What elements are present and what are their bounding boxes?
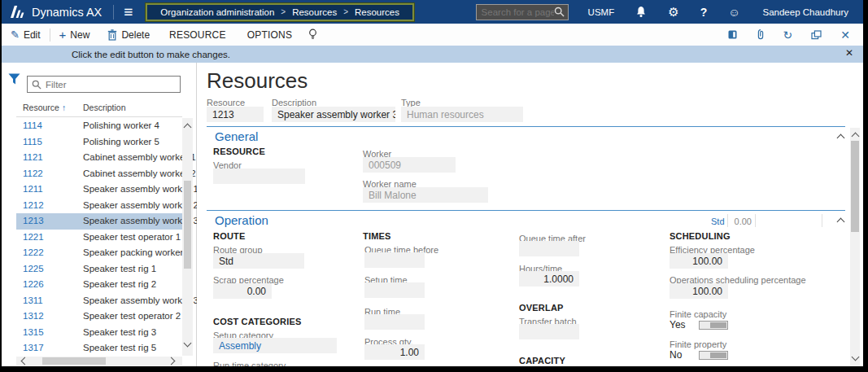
- collapse-operation-icon[interactable]: [837, 218, 845, 226]
- delete-button-label: Delete: [121, 29, 150, 41]
- hours-time-field[interactable]: 1.0000: [519, 271, 579, 287]
- section-divider: [207, 126, 845, 127]
- company-picker[interactable]: USMF: [588, 7, 615, 17]
- resource-menu-tab[interactable]: RESOURCE: [159, 29, 237, 41]
- info-bar-close-icon[interactable]: ✕: [845, 47, 853, 59]
- close-page-icon[interactable]: ✕: [840, 29, 850, 41]
- hamburger-menu-icon[interactable]: ≡: [114, 2, 142, 23]
- filter-box[interactable]: [27, 76, 181, 93]
- user-menu[interactable]: Sandeep Chaudhury: [763, 7, 849, 17]
- queue-time-before-field[interactable]: [364, 252, 425, 268]
- notifications-bell-icon[interactable]: [635, 6, 647, 18]
- list-item[interactable]: 1211Speaker assembly worker 1: [16, 182, 182, 198]
- breadcrumb-separator: >: [281, 7, 286, 16]
- setup-category-field[interactable]: Assembly: [213, 338, 337, 353]
- list-scrollbar-thumb[interactable]: [184, 181, 191, 269]
- dynamics-logo-icon: [10, 6, 26, 18]
- open-in-new-window-icon[interactable]: [811, 30, 822, 40]
- filter-search-icon: [32, 80, 41, 90]
- worker-name-field: Bill Malone: [363, 187, 488, 203]
- transfer-batch-field[interactable]: [519, 324, 579, 339]
- section-header-operation[interactable]: Operation: [215, 213, 268, 227]
- brand-name: Dynamics AX: [32, 6, 102, 19]
- divider: [727, 214, 728, 227]
- breadcrumb-page[interactable]: Resources: [355, 7, 399, 17]
- refresh-icon[interactable]: ↻: [783, 29, 793, 41]
- operation-summary-scrap: 0.00: [731, 217, 752, 226]
- list-item[interactable]: 1121Cabinet assembly worker 1: [16, 150, 182, 166]
- list-item[interactable]: 1221Speaker test operator 1: [16, 230, 182, 246]
- breadcrumb-separator: >: [343, 7, 348, 16]
- sort-ascending-icon: ↑: [62, 103, 66, 112]
- new-button[interactable]: + New: [50, 24, 99, 46]
- queue-time-after-field[interactable]: [519, 241, 579, 256]
- list-item[interactable]: 1226Speaker test rig 2: [16, 277, 182, 293]
- search-icon[interactable]: [554, 7, 565, 17]
- delete-button[interactable]: Delete: [98, 24, 159, 46]
- detail-form: Resources Resource 1213 Description Spea…: [197, 63, 863, 366]
- list-item[interactable]: 1212Speaker assembly worker 2: [16, 198, 182, 214]
- list-item[interactable]: 1315Speaker test rig 3: [16, 325, 182, 341]
- plus-icon: +: [59, 28, 67, 41]
- list-item-selected[interactable]: 1213Speaker assembly worker 3: [16, 213, 182, 230]
- run-time-field[interactable]: [364, 314, 425, 330]
- vendor-field[interactable]: [213, 168, 305, 184]
- filter-input[interactable]: [46, 80, 176, 90]
- group-header: SCHEDULING: [670, 231, 731, 241]
- list-item[interactable]: 1222Speaker packing worker 1: [16, 245, 182, 261]
- section-header-general[interactable]: General: [215, 129, 258, 143]
- attachments-paperclip-icon[interactable]: [757, 28, 765, 41]
- office-icon[interactable]: [727, 29, 738, 40]
- resource-field[interactable]: 1213: [207, 107, 264, 122]
- operations-scheduling-percentage-field[interactable]: 100.00: [670, 283, 728, 299]
- field-label: Finite property: [670, 339, 726, 349]
- list-item[interactable]: 1317Speaker test rig 5: [16, 340, 182, 357]
- list-item[interactable]: 1122Cabinet assembly worker 2: [16, 166, 182, 182]
- brand: Dynamics AX: [2, 6, 113, 19]
- trash-icon: [107, 29, 117, 41]
- route-group-field[interactable]: Std: [213, 253, 304, 269]
- breadcrumb-module[interactable]: Organization administration: [160, 7, 274, 17]
- breadcrumb-area[interactable]: Resources: [292, 7, 337, 17]
- finite-property-toggle[interactable]: [699, 351, 728, 360]
- list-item[interactable]: 1311Speaker assembly worker 3: [16, 293, 182, 309]
- help-icon[interactable]: ?: [700, 7, 708, 18]
- record-list: 1114Polishing worker 4 1115Polishing wor…: [16, 118, 182, 357]
- setup-time-field[interactable]: [364, 282, 425, 298]
- list-hscrollbar-thumb[interactable]: [42, 357, 106, 365]
- top-nav-bar: Dynamics AX ≡ Organization administratio…: [2, 0, 863, 24]
- process-qty-field[interactable]: 1.00: [364, 344, 425, 360]
- scrap-percentage-field[interactable]: 0.00: [213, 283, 272, 299]
- list-item[interactable]: 1115Polishing worker 5: [16, 134, 182, 151]
- section-divider: [207, 210, 845, 211]
- operation-summary-route: Std: [711, 217, 725, 226]
- page-search[interactable]: [476, 4, 569, 20]
- column-header-description[interactable]: Description: [83, 103, 126, 112]
- feedback-smiley-icon[interactable]: ☺: [728, 7, 739, 18]
- list-item[interactable]: 1114Polishing worker 4: [16, 118, 182, 134]
- finite-property-value: No: [670, 349, 682, 361]
- group-header: TIMES: [363, 231, 391, 241]
- list-item[interactable]: 1225Speaker test rig 1: [16, 261, 182, 278]
- form-scrollbar-thumb[interactable]: [851, 141, 859, 232]
- divider: [16, 116, 182, 117]
- options-menu-tab[interactable]: OPTIONS: [237, 29, 303, 41]
- filter-funnel-icon[interactable]: [8, 73, 20, 85]
- new-button-label: New: [70, 29, 89, 41]
- list-item[interactable]: 1312Speaker test operator 2: [16, 309, 182, 325]
- description-field[interactable]: Speaker assembly worker 3: [272, 107, 395, 122]
- info-message: Click the edit button to make changes.: [2, 50, 230, 59]
- lightbulb-icon[interactable]: [308, 28, 318, 41]
- divider: [755, 214, 756, 227]
- efficiency-percentage-field[interactable]: 100.00: [670, 253, 728, 269]
- group-header: ROUTE: [213, 231, 246, 241]
- column-header-resource[interactable]: Resource ↑: [23, 103, 66, 112]
- field-label: Finite capacity: [670, 309, 726, 319]
- settings-gear-icon[interactable]: ⚙: [668, 6, 678, 18]
- search-input[interactable]: [482, 7, 554, 17]
- finite-capacity-value: Yes: [670, 319, 686, 330]
- finite-capacity-toggle[interactable]: [699, 321, 728, 330]
- collapse-general-icon[interactable]: [837, 134, 845, 142]
- edit-button-label: Edit: [24, 29, 41, 41]
- edit-button[interactable]: ✎ Edit: [2, 24, 50, 46]
